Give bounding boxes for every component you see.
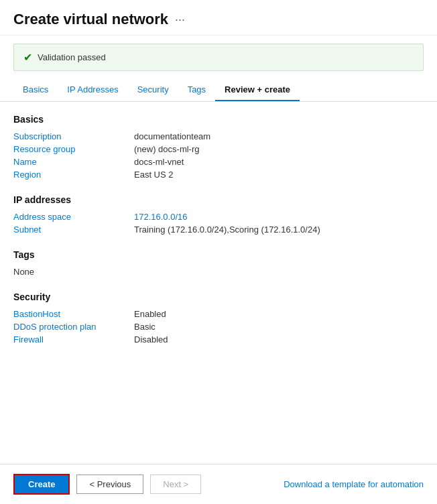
field-address-space: Address space 172.16.0.0/16 [13,212,424,222]
field-value-name: docs-ml-vnet [134,157,184,167]
field-resource-group: Resource group (new) docs-ml-rg [13,144,424,154]
field-label-name: Name [13,157,134,167]
validation-text: Validation passed [38,52,106,62]
field-bastion-host: BastionHost Enabled [13,309,424,319]
field-ddos: DDoS protection plan Basic [13,322,424,332]
tags-section-title: Tags [13,249,424,260]
ip-addresses-section: IP addresses Address space 172.16.0.0/16… [13,194,424,235]
create-button[interactable]: Create [13,474,70,495]
field-subnet: Subnet Training (172.16.0.0/24),Scoring … [13,225,424,235]
main-content: Basics Subscription documentationteam Re… [0,102,437,406]
next-button[interactable]: Next > [150,475,201,494]
footer: Create < Previous Next > Download a temp… [0,464,437,504]
field-value-firewall: Disabled [134,334,168,344]
basics-section: Basics Subscription documentationteam Re… [13,114,424,180]
tab-ip-addresses[interactable]: IP Addresses [58,79,127,101]
tab-tags[interactable]: Tags [178,79,215,101]
field-label-subscription: Subscription [13,131,134,141]
validation-banner: ✔ Validation passed [13,44,424,71]
tab-security[interactable]: Security [128,79,178,101]
field-label-region: Region [13,170,134,180]
security-section-title: Security [13,292,424,302]
page-header: Create virtual network ··· [0,0,437,36]
previous-button[interactable]: < Previous [76,475,143,494]
check-icon: ✔ [23,51,32,64]
field-label-resource-group: Resource group [13,144,134,154]
page-title: Create virtual network [13,11,168,28]
tab-basics[interactable]: Basics [13,79,58,101]
basics-section-title: Basics [13,114,424,125]
tags-value: None [13,267,424,277]
field-name: Name docs-ml-vnet [13,157,424,167]
field-value-subnet: Training (172.16.0.0/24),Scoring (172.16… [134,225,320,235]
tab-review-create[interactable]: Review + create [215,79,300,101]
field-value-address-space: 172.16.0.0/16 [134,212,188,222]
field-value-region: East US 2 [134,170,174,180]
field-value-resource-group: (new) docs-ml-rg [134,144,200,154]
tags-section: Tags None [13,249,424,277]
field-label-ddos: DDoS protection plan [13,322,134,332]
field-value-ddos: Basic [134,322,155,332]
ellipsis-icon[interactable]: ··· [175,13,185,27]
field-label-firewall: Firewall [13,334,134,344]
field-firewall: Firewall Disabled [13,334,424,344]
field-label-address-space: Address space [13,212,134,222]
field-label-subnet: Subnet [13,225,134,235]
field-subscription: Subscription documentationteam [13,131,424,141]
download-template-link[interactable]: Download a template for automation [284,479,424,489]
tabs-bar: Basics IP Addresses Security Tags Review… [0,79,437,102]
field-region: Region East US 2 [13,170,424,180]
field-value-bastion-host: Enabled [134,309,166,319]
ip-addresses-section-title: IP addresses [13,194,424,205]
security-section: Security BastionHost Enabled DDoS protec… [13,292,424,344]
field-value-subscription: documentationteam [134,131,210,141]
field-label-bastion-host: BastionHost [13,309,134,319]
